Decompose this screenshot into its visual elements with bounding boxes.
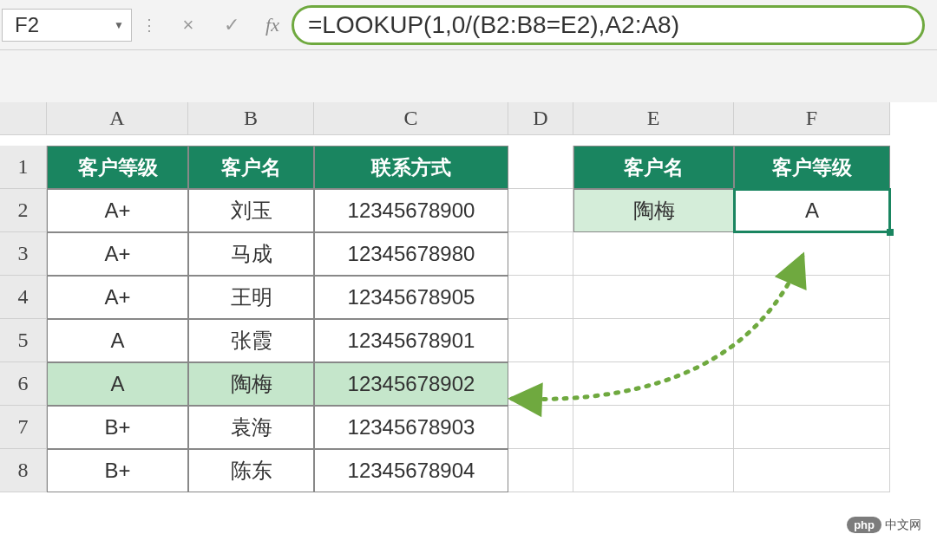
chevron-down-icon[interactable]: ▼ (114, 19, 124, 31)
cell-a8[interactable]: B+ (47, 449, 188, 492)
col-header-f[interactable]: F (734, 102, 890, 135)
row-header-1[interactable]: 1 (0, 146, 47, 189)
confirm-icon[interactable]: ✓ (210, 9, 253, 42)
row-header-7[interactable]: 7 (0, 406, 47, 449)
cell-b4[interactable]: 王明 (188, 276, 314, 319)
cell-c4[interactable]: 12345678905 (314, 276, 508, 319)
cell-c2[interactable]: 12345678900 (314, 189, 508, 232)
cell-e1[interactable]: 客户名 (573, 146, 734, 189)
cell-b2[interactable]: 刘玉 (188, 189, 314, 232)
cell-f7[interactable] (734, 406, 890, 449)
cell-b7[interactable]: 袁海 (188, 406, 314, 449)
cell-c3[interactable]: 12345678980 (314, 232, 508, 276)
cell-e5[interactable] (573, 319, 734, 362)
cell-d1[interactable] (508, 146, 573, 189)
row-header-8[interactable]: 8 (0, 449, 47, 492)
cell-d2[interactable] (508, 189, 573, 232)
col-header-d[interactable]: D (508, 102, 573, 135)
cell-b6[interactable]: 陶梅 (188, 362, 314, 406)
formula-input[interactable]: =LOOKUP(1,0/(B2:B8=E2),A2:A8) (292, 5, 925, 45)
watermark-pill: php (847, 517, 881, 533)
cancel-icon[interactable]: × (167, 9, 210, 42)
cell-b1[interactable]: 客户名 (188, 146, 314, 189)
cell-e8[interactable] (573, 449, 734, 492)
cell-b8[interactable]: 陈东 (188, 449, 314, 492)
cell-e3[interactable] (573, 232, 734, 276)
cell-d7[interactable] (508, 406, 573, 449)
cell-d4[interactable] (508, 276, 573, 319)
cell-a3[interactable]: A+ (47, 232, 188, 276)
watermark: php 中文网 (847, 517, 921, 533)
watermark-text: 中文网 (885, 518, 921, 533)
cell-c8[interactable]: 12345678904 (314, 449, 508, 492)
spreadsheet-grid[interactable]: A B C D E F 1 客户等级 客户名 联系方式 客户名 客户等级 2 A… (0, 102, 937, 492)
cell-d8[interactable] (508, 449, 573, 492)
cell-a1[interactable]: 客户等级 (47, 146, 188, 189)
cell-a2[interactable]: A+ (47, 189, 188, 232)
fx-icon[interactable]: fx (253, 9, 292, 42)
cell-b3[interactable]: 马成 (188, 232, 314, 276)
cell-c6[interactable]: 12345678902 (314, 362, 508, 406)
formula-text: =LOOKUP(1,0/(B2:B8=E2),A2:A8) (308, 11, 679, 39)
cell-c1[interactable]: 联系方式 (314, 146, 508, 189)
cell-f2[interactable]: A (734, 189, 890, 232)
row-header-5[interactable]: 5 (0, 319, 47, 362)
col-header-a[interactable]: A (47, 102, 188, 135)
row-header-3[interactable]: 3 (0, 232, 47, 276)
name-box-value: F2 (15, 13, 39, 37)
name-box[interactable]: F2 ▼ (2, 9, 132, 42)
cell-c5[interactable]: 12345678901 (314, 319, 508, 362)
cell-e7[interactable] (573, 406, 734, 449)
cell-f8[interactable] (734, 449, 890, 492)
cell-b5[interactable]: 张霞 (188, 319, 314, 362)
cell-e2[interactable]: 陶梅 (573, 189, 734, 232)
col-header-c[interactable]: C (314, 102, 508, 135)
cell-f1[interactable]: 客户等级 (734, 146, 890, 189)
cell-a6[interactable]: A (47, 362, 188, 406)
col-header-b[interactable]: B (188, 102, 314, 135)
row-header-2[interactable]: 2 (0, 189, 47, 232)
cell-d3[interactable] (508, 232, 573, 276)
ribbon-spacer (0, 50, 937, 102)
separator-icon: ⋮ (132, 16, 167, 35)
cell-f5[interactable] (734, 319, 890, 362)
formula-bar: F2 ▼ ⋮ × ✓ fx =LOOKUP(1,0/(B2:B8=E2),A2:… (0, 0, 937, 50)
cell-f4[interactable] (734, 276, 890, 319)
cell-e6[interactable] (573, 362, 734, 406)
col-header-e[interactable]: E (573, 102, 734, 135)
cell-f6[interactable] (734, 362, 890, 406)
cell-a7[interactable]: B+ (47, 406, 188, 449)
row-header-4[interactable]: 4 (0, 276, 47, 319)
cell-a4[interactable]: A+ (47, 276, 188, 319)
cell-d6[interactable] (508, 362, 573, 406)
row-header-6[interactable]: 6 (0, 362, 47, 406)
cell-c7[interactable]: 12345678903 (314, 406, 508, 449)
cell-f3[interactable] (734, 232, 890, 276)
select-all-corner[interactable] (0, 102, 47, 135)
cell-e4[interactable] (573, 276, 734, 319)
cell-d5[interactable] (508, 319, 573, 362)
cell-a5[interactable]: A (47, 319, 188, 362)
